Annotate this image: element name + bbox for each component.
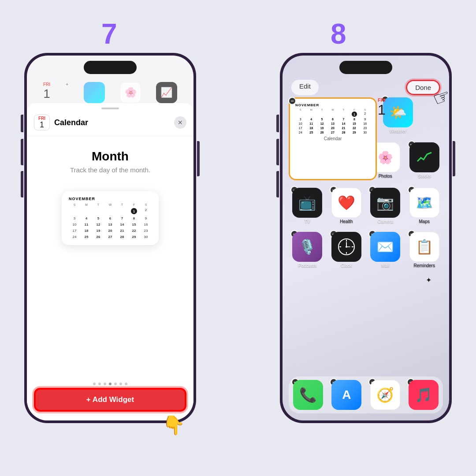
app-cell-podcasts: − 🎙️ Podcasts — [289, 232, 326, 268]
calendar-widget[interactable]: − NOVEMBER S M T W T F S 1 2 — [289, 97, 377, 180]
panel-header: FRI1 Calendar ✕ — [27, 109, 193, 136]
fri-badge: FRI 1 — [378, 97, 386, 117]
app-cell-stocks: − Stocks — [406, 142, 443, 178]
app-icon-phone[interactable]: 📞 — [293, 380, 323, 410]
app-icon-music[interactable]: 🎵 — [409, 380, 439, 410]
app-icon-safari[interactable]: 🧭 — [370, 380, 400, 410]
app-icon-mail[interactable]: ✉️ — [370, 232, 400, 262]
svg-point-7 — [346, 246, 347, 248]
app-cell-mail: − ✉️ Mail — [367, 232, 404, 268]
app-icon-tv[interactable]: 📺 — [292, 188, 322, 218]
notch-right — [339, 61, 392, 74]
app-cell-health: − ❤️ Health — [328, 188, 365, 224]
minus-badge-calendar[interactable]: − — [288, 97, 296, 105]
widget-name: Month — [92, 149, 129, 164]
app-label-weather: Weather — [390, 129, 406, 134]
cal-month-label: NOVEMBER — [69, 197, 152, 201]
app-label-stocks: Stocks — [418, 174, 431, 178]
app-label-camera: Camera — [377, 219, 393, 224]
widget-desc: Track the day of the month. — [70, 166, 150, 174]
dock-music: − 🎵 — [409, 380, 439, 410]
step7-number: 7 — [101, 18, 117, 50]
dock-appstore: − A — [331, 380, 361, 410]
hand-cursor-add-widget: 👇 — [162, 414, 185, 436]
app-icon-clock[interactable] — [331, 232, 361, 262]
app-cell-tv: − 📺 TV — [289, 188, 326, 224]
dock-phone: − 📞 — [293, 380, 323, 410]
app-icon-camera[interactable]: 📷 — [370, 188, 400, 218]
app-cell-weather: − 🌤️ Weather — [383, 97, 413, 134]
step8-number: 8 — [331, 18, 346, 50]
cal-grid: S M T W T F S 1 2 3 4 — [69, 203, 152, 240]
app-icon-maps[interactable]: 🗺️ — [409, 188, 439, 218]
calendar-widget-label: Calendar — [295, 136, 370, 141]
app-label-podcasts: Podcasts — [298, 263, 316, 268]
app-icon-reminders[interactable]: 📋 — [409, 232, 439, 262]
widget-panel: FRI1 Calendar ✕ Month Track the day of t… — [27, 103, 193, 420]
panel-title: Calendar — [54, 118, 174, 127]
app-icon-appstore[interactable]: A — [331, 380, 361, 410]
app-label-health: Health — [340, 219, 353, 224]
dock: − 📞 − A − 🧭 − 🎵 — [289, 376, 443, 413]
panel-cal-icon: FRI1 — [34, 115, 50, 130]
app-label-maps: Maps — [419, 219, 430, 224]
app-cell-camera: − 📷 Camera — [367, 188, 404, 224]
app-label-photos: Photos — [379, 174, 392, 178]
app-icon-podcasts[interactable]: 🎙️ — [292, 232, 322, 262]
page-dots — [27, 383, 193, 385]
app-label-mail: Mail — [381, 263, 389, 268]
app-icon-stocks[interactable] — [409, 142, 439, 172]
edit-button[interactable]: Edit — [291, 80, 319, 95]
phone-right: Edit Done − NOVEMBER S M T W T F S — [280, 53, 452, 423]
dock-safari: − 🧭 — [370, 380, 400, 410]
app-cell-maps: − 🗺️ Maps — [406, 188, 443, 224]
notch-left — [84, 61, 137, 74]
app-label-reminders: Reminders — [414, 263, 435, 268]
app-cell-clock: − — [328, 232, 365, 268]
sparkle-decoration: ✦ — [426, 276, 431, 284]
app-icon-weather[interactable]: 🌤️ — [383, 97, 413, 127]
add-widget-button[interactable]: + Add Widget — [34, 388, 186, 412]
app-label-clock: Clock — [341, 263, 352, 268]
panel-close-button[interactable]: ✕ — [174, 116, 186, 129]
phone-left: FRI1 ✦ 🌸 📈 FRI1 Calendar ✕ Month Track t… — [24, 53, 196, 423]
app-icon-health[interactable]: ❤️ — [331, 188, 361, 218]
calendar-preview: NOVEMBER S M T W T F S 1 2 — [62, 191, 159, 245]
app-label-tv: TV — [305, 219, 310, 224]
top-bar: Edit Done — [283, 80, 449, 95]
app-cell-reminders: − 📋 Reminders — [406, 232, 443, 268]
